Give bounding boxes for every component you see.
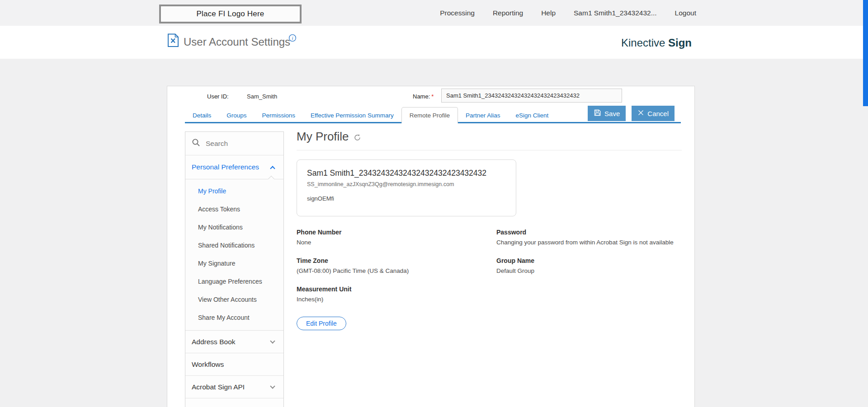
brand-bold: Sign xyxy=(668,37,692,49)
app-header: User Account Settings i Kinective Sign xyxy=(0,26,868,59)
my-profile-panel: My Profile Sam1 Smith1_23432432432432432… xyxy=(297,130,682,330)
nav-help[interactable]: Help xyxy=(541,9,556,17)
save-icon xyxy=(594,109,601,118)
user-settings-doc-icon xyxy=(167,33,179,49)
sidebar-item-my-signature[interactable]: My Signature xyxy=(185,254,283,272)
group-name-value: Default Group xyxy=(496,267,682,274)
top-navigation: Processing Reporting Help Sam1 Smith1_23… xyxy=(440,0,696,26)
tab-remote-profile[interactable]: Remote Profile xyxy=(401,107,458,123)
sidebar-search xyxy=(185,132,283,155)
refresh-icon[interactable] xyxy=(354,134,361,141)
time-zone-value: (GMT-08:00) Pacific Time (US & Canada) xyxy=(297,267,496,274)
tab-partner-alias[interactable]: Partner Alias xyxy=(458,108,508,122)
cancel-label: Cancel xyxy=(647,110,669,117)
tab-permissions[interactable]: Permissions xyxy=(255,108,303,122)
sidebar-item-view-other-accounts[interactable]: View Other Accounts xyxy=(185,290,283,309)
password-field: Password Changing your password from wit… xyxy=(496,229,682,246)
settings-sidebar: Personal Preferences My Profile Access T… xyxy=(185,131,284,407)
tab-effective-permission-summary[interactable]: Effective Permission Summary xyxy=(303,108,401,122)
nav-logout[interactable]: Logout xyxy=(675,9,696,17)
info-icon[interactable]: i xyxy=(288,34,297,44)
chevron-up-icon xyxy=(270,166,275,171)
profile-email: SS_immonline_azJXsqnZ3Qg@remotesign.imme… xyxy=(307,181,506,187)
group-name-label: Group Name xyxy=(496,257,682,264)
fi-logo-text: Place FI Logo Here xyxy=(196,9,264,19)
sidebar-item-share-my-account[interactable]: Share My Account xyxy=(185,309,283,327)
screen: Place FI Logo Here Processing Reporting … xyxy=(0,0,868,407)
personal-preferences-submenu: My Profile Access Tokens My Notification… xyxy=(185,179,283,331)
phone-number-field: Phone Number None xyxy=(297,229,496,246)
brand-regular: Kinective xyxy=(621,37,665,49)
search-input[interactable] xyxy=(206,140,274,148)
tab-details[interactable]: Details xyxy=(185,108,219,122)
nav-reporting[interactable]: Reporting xyxy=(493,9,523,17)
sidebar-item-acrobat-sign-api[interactable]: Acrobat Sign API xyxy=(185,376,283,398)
phone-number-value: None xyxy=(297,239,496,246)
edit-profile-button[interactable]: Edit Profile xyxy=(297,317,346,330)
group-name-field: Group Name Default Group xyxy=(496,257,682,274)
search-icon xyxy=(192,138,200,149)
measurement-unit-label: Measurement Unit xyxy=(297,285,496,293)
cancel-button[interactable]: Cancel xyxy=(632,106,675,121)
my-profile-heading: My Profile xyxy=(297,130,682,144)
sidebar-item-language-preferences[interactable]: Language Preferences xyxy=(185,272,283,290)
profile-summary-card: Sam1 Smith1_2343243243243243243242343243… xyxy=(297,159,516,216)
measurement-unit-value: Inches(in) xyxy=(297,296,496,303)
heading-divider xyxy=(297,150,682,150)
sidebar-item-workflows[interactable]: Workflows xyxy=(185,353,283,376)
sidebar-item-address-book[interactable]: Address Book xyxy=(185,331,283,353)
profile-display-name: Sam1 Smith1_2343243243243243243242343243… xyxy=(307,168,506,178)
fields-right-column: Password Changing your password from wit… xyxy=(496,229,682,330)
personal-preferences-label: Personal Preferences xyxy=(192,163,259,171)
user-id-value: Sam_Smith xyxy=(247,93,277,100)
kinective-sign-logo: Kinective Sign xyxy=(621,37,692,49)
time-zone-field: Time Zone (GMT-08:00) Pacific Time (US &… xyxy=(297,257,496,274)
profile-account-tag: signOEMfi xyxy=(307,195,506,202)
required-asterisk: * xyxy=(431,93,434,100)
svg-text:i: i xyxy=(292,35,293,41)
password-label: Password xyxy=(496,229,682,236)
topbar: Place FI Logo Here Processing Reporting … xyxy=(0,0,868,26)
password-value: Changing your password from within Acrob… xyxy=(496,239,682,246)
phone-number-label: Phone Number xyxy=(297,229,496,236)
name-label: Name:* xyxy=(413,93,434,100)
page-title: User Account Settings xyxy=(184,36,290,48)
sidebar-item-shared-notifications[interactable]: Shared Notifications xyxy=(185,236,283,254)
chevron-down-icon xyxy=(270,384,275,388)
action-buttons: Save Cancel xyxy=(588,106,675,121)
name-input[interactable] xyxy=(441,89,622,103)
save-button[interactable]: Save xyxy=(588,106,626,121)
save-label: Save xyxy=(604,110,620,117)
sidebar-item-my-profile[interactable]: My Profile xyxy=(185,182,283,200)
sidebar-item-access-tokens[interactable]: Access Tokens xyxy=(185,200,283,218)
cancel-x-icon xyxy=(637,109,644,117)
scrollbar-track[interactable] xyxy=(863,0,868,407)
user-id-label: User ID: xyxy=(207,93,229,100)
sidebar-item-personal-preferences[interactable]: Personal Preferences xyxy=(185,155,283,179)
sidebar-item-my-notifications[interactable]: My Notifications xyxy=(185,218,283,236)
nav-current-user[interactable]: Sam1 Smith1_23432432... xyxy=(574,9,657,17)
scrollbar-thumb[interactable] xyxy=(863,0,868,106)
measurement-unit-field: Measurement Unit Inches(in) xyxy=(297,285,496,303)
nav-processing[interactable]: Processing xyxy=(440,9,475,17)
fi-logo-placeholder: Place FI Logo Here xyxy=(159,5,302,23)
tab-groups[interactable]: Groups xyxy=(219,108,254,122)
sidebar-item-production-sync[interactable]: Production Sync xyxy=(185,398,283,407)
fields-left-column: Phone Number None Time Zone (GMT-08:00) … xyxy=(297,229,496,330)
user-settings-card: User ID: Sam_Smith Name:* Details Groups… xyxy=(167,86,695,407)
profile-fields: Phone Number None Time Zone (GMT-08:00) … xyxy=(297,229,682,330)
time-zone-label: Time Zone xyxy=(297,257,496,264)
tab-esign-client[interactable]: eSign Client xyxy=(508,108,556,122)
chevron-down-icon xyxy=(270,338,275,343)
